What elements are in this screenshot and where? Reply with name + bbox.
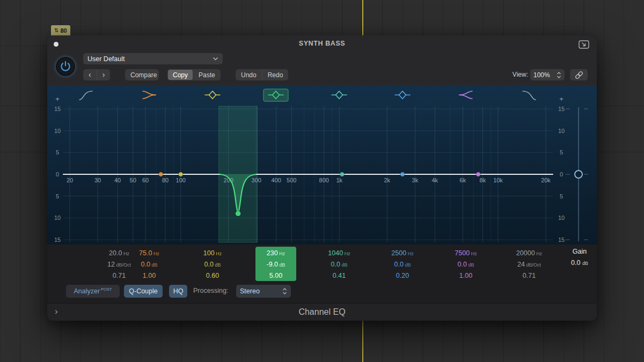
- band-8-q[interactable]: 0.71: [500, 270, 559, 282]
- band-7-params: 7500 Hz0.0 dB1.00: [436, 248, 495, 282]
- track-separator: [0, 152, 47, 152]
- band-3-gain[interactable]: 0.0 dB: [183, 259, 242, 270]
- processing-value: Stereo: [240, 287, 260, 295]
- chevron-down-icon: [213, 57, 218, 61]
- freq-tick-label: 80: [162, 177, 169, 183]
- copy-paste-group: Copy Paste: [167, 69, 221, 80]
- track-separator: [597, 152, 644, 152]
- plugin-title: SYNTH BASS: [47, 40, 597, 47]
- gain-readout: Gain 0.0 dB: [550, 246, 609, 269]
- analyzer-button[interactable]: AnalyzerPOST: [66, 285, 120, 298]
- locator-value: 80: [60, 27, 67, 34]
- db-tick-right: 5: [560, 149, 563, 156]
- band-2-gain[interactable]: 0.0 dB: [120, 259, 179, 270]
- stepper-icon: [282, 287, 287, 295]
- db-zoom-in-button-right[interactable]: +: [559, 95, 564, 103]
- track-separator: [597, 106, 644, 106]
- prev-preset-button[interactable]: ‹: [83, 69, 97, 80]
- band-3-q[interactable]: 0.60: [183, 270, 242, 282]
- view-zoom-dropdown[interactable]: 100%: [530, 69, 565, 80]
- link-icon: [574, 70, 584, 80]
- freq-tick-label: 4k: [431, 177, 438, 183]
- q-couple-button[interactable]: Q-Couple: [124, 285, 163, 298]
- next-preset-button[interactable]: ›: [97, 69, 111, 80]
- analyzer-label: Analyzer: [74, 288, 100, 295]
- locator-badge[interactable]: ⇅ 80: [51, 25, 70, 35]
- band-5-handle[interactable]: [340, 172, 345, 177]
- band-6-frequency[interactable]: 2500 Hz: [373, 248, 432, 259]
- compare-button[interactable]: Compare: [125, 69, 159, 80]
- freq-tick-label: 1k: [336, 177, 342, 183]
- paste-button[interactable]: Paste: [193, 69, 221, 80]
- processing-label: Processing:: [193, 287, 228, 294]
- band-3-frequency[interactable]: 100 Hz: [183, 248, 242, 259]
- band-2-frequency[interactable]: 75.0 Hz: [120, 248, 179, 259]
- band-3-params: 100 Hz0.0 dB0.60: [183, 248, 242, 282]
- band-2-handle[interactable]: [158, 172, 163, 177]
- processing-dropdown[interactable]: Stereo: [236, 285, 291, 298]
- freq-tick-label: 20k: [541, 177, 551, 183]
- band-4-handle[interactable]: [236, 211, 241, 216]
- master-gain-value[interactable]: 0.0 dB: [550, 257, 609, 269]
- eq-plot-background: [47, 86, 597, 245]
- band-3-handle[interactable]: [178, 172, 183, 177]
- plugin-name: Channel EQ: [47, 304, 597, 321]
- freq-tick-label: 10k: [493, 177, 503, 183]
- analyzer-mode: POST: [101, 287, 112, 292]
- db-tick-left: 0: [56, 171, 59, 178]
- band-6-handle[interactable]: [400, 172, 405, 177]
- track-separator: [0, 46, 47, 46]
- freq-tick-label: 300: [252, 177, 261, 183]
- db-tick-right: 0: [560, 171, 563, 178]
- db-tick-right: 10: [558, 215, 565, 221]
- band-4-type-button[interactable]: [264, 89, 288, 101]
- freq-tick-label: 60: [142, 177, 149, 183]
- band-7-handle[interactable]: [476, 172, 481, 177]
- band-7-gain[interactable]: 0.0 dB: [436, 259, 495, 270]
- freq-tick-label: 400: [272, 177, 281, 183]
- band-7-q[interactable]: 1.00: [436, 270, 495, 282]
- copy-button[interactable]: Copy: [168, 70, 193, 80]
- band-5-gain[interactable]: 0.0 dB: [310, 259, 369, 270]
- redo-button[interactable]: Redo: [262, 69, 289, 80]
- updown-arrows-icon: ⇅: [54, 27, 58, 33]
- db-tick-right: 15: [558, 106, 565, 112]
- band-4-gain[interactable]: -9.0 dB: [246, 259, 305, 270]
- db-tick-left: 5: [56, 193, 59, 200]
- eq-graph: 2030405060801002003004005008001k2k3k4k6k…: [47, 86, 597, 245]
- band-4-q[interactable]: 5.00: [246, 270, 305, 282]
- band-7-frequency[interactable]: 7500 Hz: [436, 248, 495, 259]
- disclosure-chevron[interactable]: ›: [55, 306, 58, 317]
- db-tick-right: 15: [558, 237, 565, 243]
- open-in-window-icon[interactable]: [578, 40, 590, 49]
- freq-tick-label: 100: [176, 177, 186, 183]
- view-label: View:: [502, 69, 528, 80]
- track-separator: [0, 106, 47, 106]
- freq-tick-label: 40: [114, 177, 121, 183]
- band-6-q[interactable]: 0.20: [373, 270, 432, 282]
- preset-dropdown[interactable]: User Default: [83, 53, 223, 64]
- band-2-q[interactable]: 1.00: [120, 270, 179, 282]
- preset-nav-group: ‹ ›: [83, 69, 110, 80]
- hq-button[interactable]: HQ: [169, 285, 187, 298]
- power-button[interactable]: [55, 56, 76, 77]
- daw-workspace: ⇅ 80 SYNTH BASS User Default: [0, 0, 644, 362]
- preset-value: User Default: [87, 55, 125, 63]
- freq-tick-label: 2k: [384, 177, 390, 183]
- link-button[interactable]: [570, 69, 588, 80]
- undo-redo-group: Undo Redo: [236, 69, 288, 80]
- band-5-q[interactable]: 0.41: [310, 270, 369, 282]
- undo-button[interactable]: Undo: [236, 69, 262, 80]
- power-button-bg: [56, 57, 75, 76]
- band-6-gain[interactable]: 0.0 dB: [373, 259, 432, 270]
- db-zoom-in-button-left[interactable]: +: [55, 95, 60, 103]
- band-4-params: 230 Hz-9.0 dB5.00: [246, 248, 305, 282]
- view-zoom-value: 100%: [533, 71, 550, 79]
- freq-tick-label: 8k: [480, 177, 486, 183]
- freq-tick-label: 3k: [412, 177, 419, 183]
- plugin-footer: › Channel EQ: [47, 303, 597, 321]
- gain-slider-handle[interactable]: [575, 171, 582, 178]
- band-4-frequency[interactable]: 230 Hz: [246, 248, 305, 259]
- db-tick-left: 5: [56, 149, 59, 156]
- band-5-frequency[interactable]: 1040 Hz: [310, 248, 369, 259]
